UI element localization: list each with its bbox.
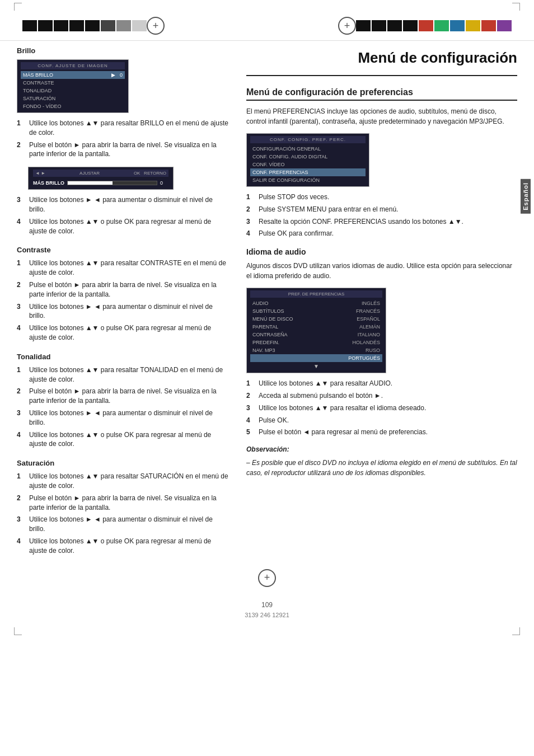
pref-row-5: PREDEFIN. HOLANDÉS [250, 339, 382, 346]
pref-row-1: SUBTÍTULOS FRANCÉS [250, 307, 382, 315]
brillo-menu-title: CONF. AJUSTE DE IMAGEN [21, 62, 125, 69]
tonalidad-step-3: 3 Utilice los botones ► ◄ para aumentar … [17, 408, 229, 428]
sidebar-espanol-label: Español [521, 179, 531, 214]
config-menu-title: CONF. CONFIG. PREF. PERC. [250, 136, 366, 143]
audio-step-2: 2 Acceda al submenú pulsando el botón ►. [246, 391, 517, 401]
brillo-instructions-12: 1 Utilice los botones ▲▼ para resaltar B… [17, 119, 229, 159]
contraste-title: Contraste [17, 246, 229, 254]
contraste-step-3: 3 Utilice los botones ► ◄ para aumentar … [17, 302, 229, 321]
contraste-instructions: 1 Utilice los botones ▲▼ para resaltar C… [17, 259, 229, 342]
saturacion-title: Saturación [17, 459, 229, 467]
tonalidad-instructions: 1 Utilice los botones ▲▼ para resaltar T… [17, 365, 229, 449]
page-title: Menú de configuración [358, 49, 517, 66]
register-mark-left [147, 17, 165, 35]
pref-menu-box: PREF. DE PREFERENCIAS AUDIO INGLÉS SUBTÍ… [246, 288, 386, 373]
right-color-strip [356, 20, 512, 31]
tonalidad-step-1: 1 Utilice los botones ▲▼ para resaltar T… [17, 365, 229, 384]
brillo-step-2: 2 Pulse el botón ► para abrir la barra d… [17, 140, 229, 159]
config-item-3: CONF. PREFERENCIAS [250, 168, 366, 176]
contraste-step-1: 1 Utilice los botones ▲▼ para resaltar C… [17, 259, 229, 278]
left-color-strip [22, 20, 147, 31]
pref-row-3: PARENTAL ALEMÁN [250, 323, 382, 331]
brightness-bar-box: ◄ ► AJUSTAR OK RETORNO MÁS BRILLO 0 [28, 167, 174, 190]
bar-row: MÁS BRILLO 0 [33, 179, 168, 187]
tonalidad-title: Tonalidad [17, 353, 229, 361]
page-serial: 3139 246 12921 [0, 612, 534, 618]
audio-instructions: 1 Utilice los botones ▲▼ para resaltar A… [246, 379, 517, 437]
brillo-menu-item-1: CONTRASTE [21, 79, 125, 87]
corner-tl [14, 3, 22, 11]
audio-step-1: 1 Utilice los botones ▲▼ para resaltar A… [246, 379, 517, 388]
right-column: Menú de configuración Menú de configurac… [246, 46, 517, 564]
corner-bl [14, 627, 22, 635]
config-pref-step-4: 4 Pulse OK para confirmar. [246, 229, 517, 238]
brillo-instructions-34: 3 Utilice los botones ► ◄ para aumentar … [17, 195, 229, 236]
scroll-down-indicator: ▼ [250, 362, 382, 370]
bottom-register-mark [258, 569, 276, 587]
bar-fill [68, 181, 113, 185]
audio-section: Idioma de audio Algunos discos DVD utili… [246, 247, 517, 478]
tonalidad-step-2: 2 Pulse el botón ► para abrir la barra d… [17, 387, 229, 406]
brillo-menu-item-0: MÁS BRILLO ▶ 0 [21, 71, 125, 79]
top-decoration-area [0, 8, 534, 41]
corner-tr [512, 3, 520, 11]
audio-note: Observación: – Es posible que el disco D… [246, 445, 517, 478]
brillo-menu-item-3: SATURACIÓN [21, 95, 125, 102]
audio-step-3: 3 Utilice los botones ▲▼ para resaltar e… [246, 403, 517, 413]
saturacion-step-4: 4 Utilice los botones ▲▼ o pulse OK para… [17, 537, 229, 556]
page-title-container: Menú de configuración [246, 46, 517, 76]
brillo-menu-box: CONF. AJUSTE DE IMAGEN MÁS BRILLO ▶ 0 CO… [17, 59, 129, 113]
contraste-step-4: 4 Utilice los botones ▲▼ o pulse OK para… [17, 323, 229, 342]
pref-menu-title: PREF. DE PREFERENCIAS [250, 290, 382, 298]
audio-step-4: 4 Pulse OK. [246, 416, 517, 425]
note-label: Observación: [246, 445, 289, 453]
config-pref-instructions: 1 Pulse STOP dos veces. 2 Pulse SYSTEM M… [246, 192, 517, 238]
saturacion-step-3: 3 Utilice los botones ► ◄ para aumentar … [17, 515, 229, 534]
pref-row-2: MENÚ DE DISCO ESPAÑOL [250, 315, 382, 323]
config-pref-description: El menú PREFERENCIAS incluye las opcione… [246, 106, 517, 126]
config-pref-section: Menú de configuración de preferencias El… [246, 87, 517, 238]
pref-row-7: PORTUGUÉS [250, 354, 382, 362]
contraste-step-2: 2 Pulse el botón ► para abrir la barra d… [17, 280, 229, 299]
config-pref-step-2: 2 Pulse SYSTEM MENU para entrar en el me… [246, 205, 517, 214]
page-number: 109 [0, 601, 534, 609]
config-pref-step-3: 3 Resalte la opción CONF. PREFERENCIAS u… [246, 217, 517, 227]
config-item-1: CONF. CONFIG. AUDIO DIGITAL [250, 153, 366, 161]
audio-section-title: Idioma de audio [246, 247, 517, 256]
config-pref-step-1: 1 Pulse STOP dos veces. [246, 192, 517, 202]
corner-br [512, 627, 520, 635]
bottom-area [0, 564, 534, 590]
main-content: Brillo CONF. AJUSTE DE IMAGEN MÁS BRILLO… [0, 46, 534, 564]
tonalidad-step-4: 4 Utilice los botones ▲▼ o pulse OK para… [17, 430, 229, 449]
brillo-step-3: 3 Utilice los botones ► ◄ para aumentar … [17, 195, 229, 214]
brillo-step-4: 4 Utilice los botones ▲▼ o pulse OK para… [17, 217, 229, 236]
brillo-menu-item-2: TONALIDAD [21, 87, 125, 95]
saturacion-step-1: 1 Utilice los botones ▲▼ para resaltar S… [17, 472, 229, 491]
config-item-2: CONF. VÍDEO [250, 161, 366, 168]
config-item-4: SALIR DE CONFIGURACIÓN [250, 176, 366, 184]
bar-title-row: ◄ ► AJUSTAR OK RETORNO [33, 170, 168, 177]
page-wrapper: Brillo CONF. AJUSTE DE IMAGEN MÁS BRILLO… [0, 0, 534, 638]
audio-description: Algunos discos DVD utilizan varios idiom… [246, 261, 517, 281]
left-column: Brillo CONF. AJUSTE DE IMAGEN MÁS BRILLO… [17, 46, 229, 564]
brillo-title: Brillo [17, 46, 229, 55]
pref-row-6: NAV. MP3 RUSO [250, 346, 382, 354]
audio-step-5: 5 Pulse el botón ◄ para regresar al menú… [246, 428, 517, 437]
brillo-step-1: 1 Utilice los botones ▲▼ para resaltar B… [17, 119, 229, 138]
bar-track [67, 181, 157, 185]
config-item-0: CONFIGURACIÓN GENERAL [250, 145, 366, 153]
config-pref-title: Menú de configuración de preferencias [246, 87, 517, 101]
note-text: – Es posible que el disco DVD no incluya… [246, 458, 517, 478]
register-mark-right [338, 17, 356, 35]
pref-row-0: AUDIO INGLÉS [250, 299, 382, 307]
saturacion-step-2: 2 Pulse el botón ► para abrir la barra d… [17, 494, 229, 513]
pref-row-4: CONTRASEÑA ITALIANO [250, 331, 382, 339]
brillo-menu-item-4: FONDO - VÍDEO [21, 102, 125, 110]
config-menu-box: CONF. CONFIG. PREF. PERC. CONFIGURACIÓN … [246, 133, 369, 187]
saturacion-instructions: 1 Utilice los botones ▲▼ para resaltar S… [17, 472, 229, 555]
